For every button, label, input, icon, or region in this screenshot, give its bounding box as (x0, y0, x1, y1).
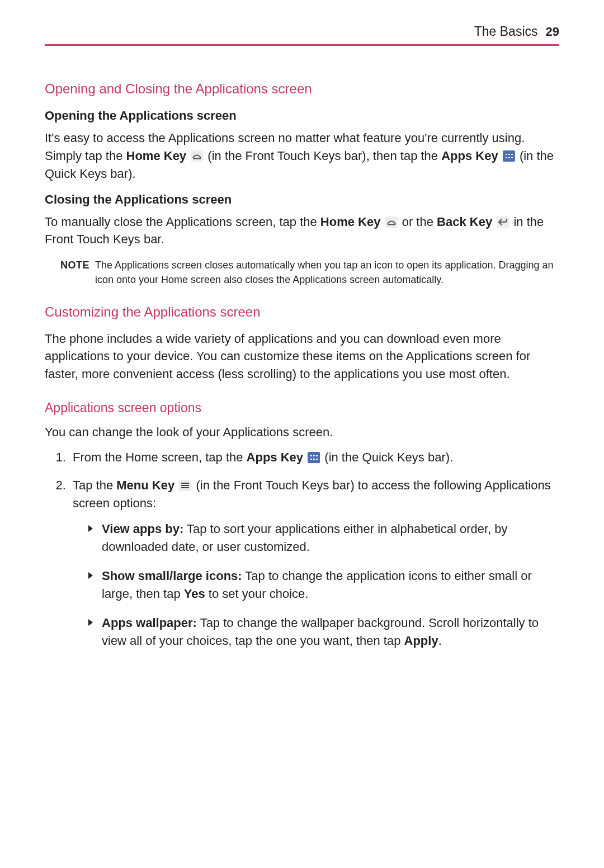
para-opening: It's easy to access the Applications scr… (45, 129, 559, 183)
option-title: View apps by: (102, 522, 183, 536)
text: (in the Quick Keys bar). (321, 450, 453, 464)
step-1: From the Home screen, tap the Apps Key (… (69, 449, 559, 466)
apps-icon (503, 150, 515, 162)
options-bullets: View apps by: Tap to sort your applicati… (73, 520, 559, 649)
home-icon (191, 150, 203, 162)
option-text: . (438, 634, 442, 648)
bullet-view-apps-by: View apps by: Tap to sort your applicati… (92, 520, 559, 556)
option-title: Show small/large icons: (102, 569, 242, 583)
text: (in the Front Touch Keys bar), then tap … (207, 149, 441, 163)
text: To manually close the Applications scree… (45, 215, 320, 229)
subheading-closing: Closing the Applications screen (45, 191, 559, 209)
option-title: Apps wallpaper: (102, 616, 197, 630)
page-header: The Basics 29 (45, 22, 559, 46)
page-number: 29 (546, 23, 559, 41)
heading-options: Applications screen options (45, 399, 559, 417)
para-closing: To manually close the Applications scree… (45, 213, 559, 249)
section-title: The Basics (474, 22, 538, 41)
text: From the Home screen, tap the (73, 450, 247, 464)
note: NOTE The Applications screen closes auto… (60, 258, 559, 286)
key-apps: Apps Key (247, 450, 303, 464)
key-back: Back Key (437, 215, 492, 229)
heading-customizing: Customizing the Applications screen (45, 303, 559, 322)
option-text: to set your choice. (205, 587, 309, 601)
key-yes: Yes (184, 587, 205, 601)
step-2: Tap the Menu Key (in the Front Touch Key… (69, 477, 559, 649)
bullet-icon-size: Show small/large icons: Tap to change th… (92, 567, 559, 603)
key-home: Home Key (320, 215, 381, 229)
key-home: Home Key (126, 149, 187, 163)
key-menu: Menu Key (116, 478, 174, 492)
back-icon (497, 216, 509, 228)
para-customizing: The phone includes a wide variety of app… (45, 330, 559, 384)
note-label: NOTE (60, 258, 89, 286)
menu-icon (179, 480, 191, 491)
manual-page: The Basics 29 Opening and Closing the Ap… (0, 0, 604, 694)
bullet-wallpaper: Apps wallpaper: Tap to change the wallpa… (92, 614, 559, 650)
note-text: The Applications screen closes automatic… (95, 258, 559, 286)
home-icon (385, 216, 398, 228)
para-options-intro: You can change the look of your Applicat… (45, 423, 559, 441)
steps-list: From the Home screen, tap the Apps Key (… (45, 449, 559, 649)
subheading-opening: Opening the Applications screen (45, 107, 559, 125)
key-apply: Apply (404, 634, 438, 648)
heading-opening-closing: Opening and Closing the Applications scr… (45, 79, 559, 99)
apps-icon (308, 452, 320, 463)
key-apps: Apps Key (441, 149, 498, 163)
text: Tap the (73, 478, 116, 492)
text: or the (402, 215, 437, 229)
